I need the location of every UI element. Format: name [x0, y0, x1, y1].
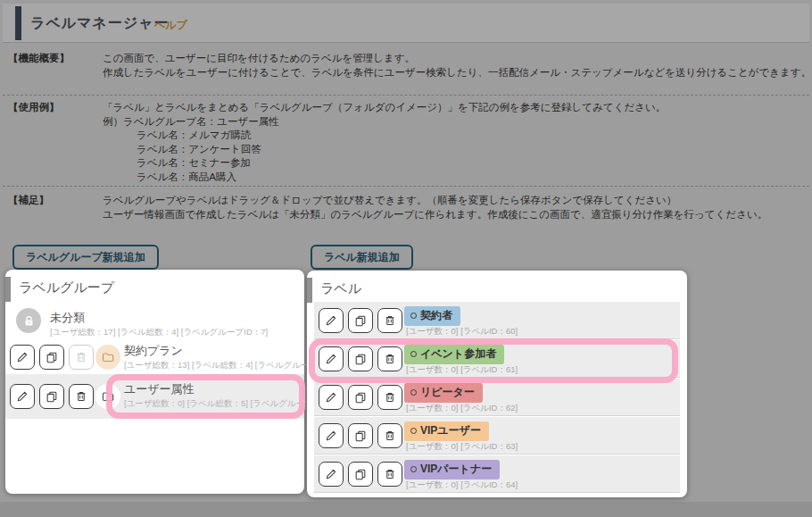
edit-button[interactable]: [319, 423, 344, 448]
copy-button[interactable]: [348, 385, 373, 410]
edit-button[interactable]: [319, 385, 344, 410]
label-group-name: ユーザー属性: [124, 381, 195, 397]
label-badge: リピーター: [404, 383, 483, 403]
edit-button[interactable]: [319, 308, 344, 333]
label-name: リピーター: [420, 385, 475, 400]
copy-button[interactable]: [39, 345, 64, 370]
label-ring-icon: [410, 313, 417, 319]
copy-button[interactable]: [348, 423, 373, 448]
label-ring-icon: [410, 428, 417, 434]
label-group-row-highlighted[interactable]: ユーザー属性 [ユーザ総数：0] [ラベル総数：5] [ラベルグループID：40…: [5, 374, 304, 419]
delete-button[interactable]: [377, 385, 402, 410]
delete-button-disabled: [69, 345, 94, 370]
copy-button[interactable]: [348, 346, 373, 371]
panel-header-accent: [307, 278, 312, 303]
label-name: VIPパートナー: [420, 462, 492, 477]
edit-button[interactable]: [10, 384, 35, 409]
label-group-meta: [ユーザ総数：17] [ラベル総数：4] [ラベルグループID：7]: [50, 327, 268, 338]
label-badge: イベント参加者: [404, 345, 504, 364]
label-badge: 契約者: [404, 306, 460, 326]
label-ring-icon: [410, 389, 417, 396]
label-row[interactable]: VIPパートナー [ユーザ数：0] [ラベルID：64]: [314, 455, 680, 493]
label-meta: [ユーザ数：0] [ラベルID：62]: [406, 403, 518, 414]
label-name: VIPユーザー: [420, 423, 481, 438]
delete-button[interactable]: [377, 308, 402, 333]
label-row[interactable]: 契約者 [ユーザ数：0] [ラベルID：60]: [314, 302, 680, 339]
label-ring-icon: [410, 351, 417, 357]
copy-button[interactable]: [348, 308, 373, 333]
label-name: 契約者: [420, 308, 452, 323]
label-badge: VIPパートナー: [404, 460, 500, 479]
copy-button[interactable]: [39, 384, 64, 409]
folder-icon: [95, 384, 120, 409]
label-badge: VIPユーザー: [404, 421, 489, 441]
label-group-row[interactable]: 未分類 [ユーザ総数：17] [ラベル総数：4] [ラベルグループID：7]: [5, 306, 304, 340]
label-meta: [ユーザ数：0] [ラベルID：60]: [406, 326, 518, 338]
folder-icon: [95, 345, 120, 370]
label-list: 契約者 [ユーザ数：0] [ラベルID：60] イベント参加者 [ユーザ数：0]…: [314, 302, 680, 494]
delete-button[interactable]: [377, 462, 402, 487]
copy-button[interactable]: [348, 462, 373, 487]
label-panel-title: ラベル: [320, 280, 361, 297]
label-row[interactable]: リピーター [ユーザ数：0] [ラベルID：62]: [314, 379, 680, 416]
label-group-panel-title: ラベルグループ: [19, 279, 114, 296]
label-ring-icon: [410, 466, 417, 472]
panel-header-accent: [5, 277, 11, 302]
label-group-row[interactable]: 契約プラン [ユーザ総数：13] [ラベル総数：4] [ラベルグループID：12…: [5, 340, 304, 374]
label-panel: ラベル 契約者 [ユーザ数：0] [ラベルID：60] イベント参加者 [ユーザ…: [307, 271, 687, 497]
label-group-name: 契約プラン: [124, 343, 183, 359]
delete-button[interactable]: [377, 423, 402, 448]
label-group-name: 未分類: [50, 310, 85, 326]
label-group-panel: ラベルグループ 未分類 [ユーザ総数：17] [ラベル総数：4] [ラベルグルー…: [5, 270, 304, 494]
label-row[interactable]: VIPユーザー [ユーザ数：0] [ラベルID：63]: [314, 417, 680, 454]
delete-button[interactable]: [377, 346, 402, 371]
delete-button[interactable]: [69, 384, 94, 409]
label-meta: [ユーザ数：0] [ラベルID：64]: [406, 479, 518, 491]
label-meta: [ユーザ数：0] [ラベルID：61]: [406, 364, 518, 376]
edit-button[interactable]: [319, 346, 344, 371]
label-name: イベント参加者: [420, 346, 496, 362]
edit-button[interactable]: [319, 462, 344, 487]
lock-icon: [16, 308, 41, 333]
label-row-highlighted[interactable]: イベント参加者 [ユーザ数：0] [ラベルID：61]: [314, 340, 680, 378]
label-meta: [ユーザ数：0] [ラベルID：63]: [406, 441, 518, 453]
edit-button[interactable]: [10, 345, 35, 370]
